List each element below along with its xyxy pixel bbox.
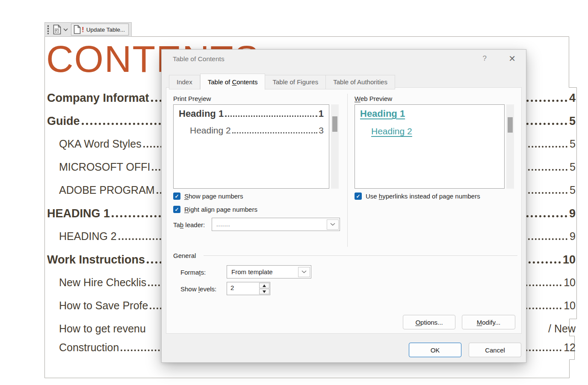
toc-entry-page: 9 [570,230,576,243]
spin-down-button[interactable] [259,289,269,294]
toc-entry-page: 5 [570,161,576,173]
tab-table-of-figures[interactable]: Table of Figures [265,75,326,89]
right-align-row: ✓ Right align page numbers [173,206,257,213]
toc-entry-label: QKA Word Styles [47,138,142,150]
scrollbar-thumb[interactable] [332,116,337,132]
web-preview-link: Heading 1 [360,108,499,119]
use-hyperlinks-label: Use hyperlinks instead of page numbers [366,192,480,200]
show-page-numbers-checkbox[interactable]: ✓ [173,192,180,200]
toc-entry-label: Guide [47,115,80,128]
tab-table-of-authorities[interactable]: Table of Authorities [326,75,395,89]
web-preview-link: Heading 2 [371,126,499,136]
toc-entry-page: 10 [564,276,576,289]
toc-field-toolbar: ! Update Table... [44,22,132,37]
toc-entry-page: 10 [563,253,576,267]
check-icon: ✓ [174,194,179,199]
cancel-button[interactable]: Cancel [469,343,521,357]
toc-entry-label: MICROSOFT OFFI [47,161,150,173]
tab-leader-label: Tab leader: [173,221,205,228]
right-align-label: Right align page numbers [184,206,257,213]
document-alert-icon [74,25,81,34]
tab-table-of-contents[interactable]: Table of Contents [200,74,266,90]
print-preview-box: Heading 1 1 Heading 2 3 [173,104,329,189]
toc-entry-page: 5 [569,115,576,128]
toc-entry-label: Company Informat [47,92,149,105]
print-preview-entry: Heading 1 1 [179,108,324,119]
chevron-down-icon[interactable] [63,28,68,31]
close-icon[interactable]: ✕ [508,53,516,64]
tab-leader-dropdown[interactable]: ....... [212,218,340,231]
toc-entry-label: HEADING 1 [47,207,110,220]
ok-button[interactable]: OK [409,343,461,357]
formats-dropdown[interactable]: From template [227,265,311,278]
use-hyperlinks-row: ✓ Use hyperlinks instead of page numbers [355,192,480,200]
print-preview-entry: Heading 2 3 [179,125,324,136]
toc-document-icon[interactable] [53,24,62,35]
toc-entry-label: How to Save Profe [47,299,148,312]
options-button[interactable]: Options... [403,315,455,329]
show-page-numbers-label: Show page numbers [184,192,243,200]
toc-entry-page: 5 [570,138,576,150]
dialog-tab-strip: IndexTable of ContentsTable of FiguresTa… [169,74,395,89]
tab-index[interactable]: Index [169,75,200,89]
toc-entry-label: Construction [47,341,119,354]
column-divider [347,94,348,247]
toc-entry-label: HEADING 2 [47,230,117,243]
check-icon: ✓ [356,194,360,199]
dot-leader [225,114,317,117]
update-table-button[interactable]: ! Update Table... [71,24,129,36]
use-hyperlinks-checkbox[interactable]: ✓ [355,192,362,200]
chevron-down-icon[interactable] [327,219,339,230]
toc-entry-page: 5 [570,184,576,196]
chevron-down-icon[interactable] [298,267,310,277]
alert-exclamation: ! [82,26,84,33]
toc-entry-label: Work Instructions [47,253,145,267]
toc-entry-page: 10 [564,299,576,312]
general-group-line [204,255,517,256]
table-of-contents-dialog: Table of Contents ? ✕ IndexTable of Cont… [161,49,526,363]
dialog-title: Table of Contents [173,55,225,63]
web-preview-scrollbar[interactable] [506,104,514,189]
dot-leader [232,131,318,133]
scrollbar-thumb[interactable] [508,117,513,133]
arrow-down-icon [263,290,266,293]
toc-entry-page: 9 [569,207,576,220]
toc-entry-page: 12 [564,341,576,354]
check-icon: ✓ [174,207,179,212]
toc-entry-page: / New [548,323,576,335]
drag-grip-icon[interactable] [47,25,49,34]
modify-button[interactable]: Modify... [462,315,515,329]
spin-up-button[interactable] [259,283,269,288]
toc-entry-page: 4 [569,92,576,105]
arrow-up-icon [263,284,266,287]
show-levels-label: Show levels: [180,285,216,293]
print-preview-label: Print Preview [173,95,211,102]
right-align-checkbox[interactable]: ✓ [173,206,180,213]
general-group-label: General [173,252,196,259]
update-table-label: Update Table... [86,27,125,33]
toc-entry-label: New Hire Checklis [47,276,146,289]
web-preview-label: Web Preview [355,95,392,102]
toc-entry-label: ADOBE PROGRAM [47,184,155,196]
show-levels-spinner[interactable]: 2 [227,282,270,295]
web-preview-box: Heading 1 Heading 2 [355,104,505,189]
toc-tab-page: Print Preview Heading 1 1 Heading 2 3 ✓ … [166,87,522,334]
toc-entry-label: How to get revenu [47,323,146,335]
print-preview-scrollbar[interactable] [331,104,339,189]
formats-label: Formats: [180,269,206,276]
show-page-numbers-row: ✓ Show page numbers [173,192,243,200]
help-icon[interactable]: ? [483,54,487,63]
